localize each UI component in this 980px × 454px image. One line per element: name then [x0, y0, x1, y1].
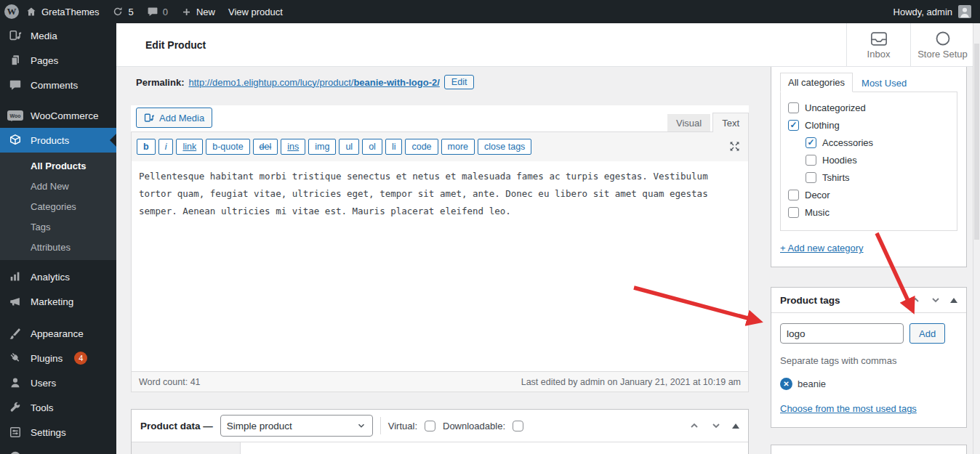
category-checkbox[interactable]	[788, 190, 799, 200]
category-label: Tshirts	[822, 172, 850, 183]
sidebar-item-comments[interactable]: Comments	[0, 73, 116, 97]
sidebar-item-label: WooCommerce	[31, 110, 99, 121]
view-product-link[interactable]: View product	[222, 0, 289, 23]
divider	[380, 417, 381, 434]
tag-input[interactable]	[780, 323, 904, 344]
add-media-button[interactable]: Add Media	[136, 108, 212, 128]
sidebar-item-appearance[interactable]: Appearance	[0, 321, 116, 346]
fullscreen-button[interactable]	[728, 140, 741, 155]
woocommerce-icon	[7, 110, 23, 121]
comments-icon	[7, 78, 23, 92]
toolbar-button-bquote[interactable]: b-quote	[206, 139, 249, 155]
category-label: Uncategorized	[805, 102, 866, 113]
updates-button[interactable]: 5	[105, 0, 140, 23]
downloadable-checkbox[interactable]	[513, 421, 523, 431]
category-checkbox[interactable]	[788, 120, 799, 131]
plugins-icon	[7, 352, 23, 365]
downloadable-label: Downloadable:	[443, 421, 505, 431]
store-setup-button[interactable]: Store Setup	[910, 23, 974, 67]
wordpress-admin-page: { "admin_bar": { "site_name": "GretaThem…	[0, 0, 980, 454]
category-item-hoodies: Hoodies	[806, 151, 957, 169]
toolbar-button-more[interactable]: more	[441, 139, 475, 155]
permalink-url-link[interactable]: http://demo1.elightup.com/lucy/product/b…	[188, 77, 439, 88]
toolbar-button-ul[interactable]: ul	[339, 139, 359, 155]
sidebar-subitem-tags[interactable]: Tags	[0, 216, 116, 237]
move-down-icon[interactable]	[710, 420, 722, 431]
category-checkbox[interactable]	[806, 155, 816, 166]
toggle-panel-icon[interactable]	[732, 423, 739, 429]
permalink-edit-button[interactable]: Edit	[444, 75, 475, 89]
scrollbar[interactable]	[973, 23, 980, 454]
sidebar-subitem-categories[interactable]: Categories	[0, 196, 116, 216]
sidebar-item-marketing[interactable]: Marketing	[0, 289, 116, 314]
tab-all-categories[interactable]: All categories	[780, 73, 853, 92]
tab-visual[interactable]: Visual	[667, 114, 710, 131]
sidebar-item-media[interactable]: Media	[0, 23, 116, 48]
comments-button[interactable]: 0	[140, 0, 174, 23]
category-checkbox[interactable]	[806, 172, 816, 183]
sidebar-item-analytics[interactable]: Analytics	[0, 264, 116, 289]
pages-icon	[7, 54, 23, 67]
category-checkbox[interactable]	[788, 102, 799, 113]
remove-tag-icon[interactable]	[780, 378, 792, 390]
product-type-select[interactable]: Simple product	[220, 415, 373, 437]
inbox-button[interactable]: Inbox	[846, 23, 910, 67]
tab-most-used[interactable]: Most Used	[853, 74, 915, 92]
move-up-icon[interactable]	[909, 294, 921, 306]
content-editor: Add Media Visual Text b i link b-quote d…	[131, 105, 749, 392]
wordpress-logo-icon[interactable]	[4, 4, 19, 19]
most-used-tags-link[interactable]: Choose from the most used tags	[780, 403, 917, 414]
toolbar-button-italic[interactable]: i	[158, 139, 174, 155]
sidebar-subitem-add-new[interactable]: Add New	[0, 176, 116, 196]
category-checkbox[interactable]	[788, 207, 799, 218]
sidebar-item-collapse-menu[interactable]: Collapse menu	[0, 445, 116, 454]
products-icon	[7, 134, 23, 147]
sidebar-item-label: Tools	[31, 402, 54, 413]
sidebar-subitem-all-products[interactable]: All Products	[0, 155, 116, 176]
category-item-clothing: Clothing	[788, 116, 957, 134]
page-title: Edit Product	[145, 23, 206, 67]
category-checkbox[interactable]	[806, 137, 816, 148]
toolbar-button-li[interactable]: li	[385, 139, 403, 155]
plugins-update-badge: 4	[74, 352, 87, 365]
toolbar-button-close-tags[interactable]: close tags	[478, 139, 531, 155]
virtual-checkbox[interactable]	[425, 421, 435, 431]
comments-count: 0	[163, 7, 168, 17]
sidebar-item-products[interactable]: Products	[0, 128, 116, 153]
avatar[interactable]	[958, 5, 971, 18]
toolbar-button-code[interactable]: code	[405, 139, 438, 155]
toggle-panel-icon[interactable]	[950, 298, 957, 303]
sidebar-item-plugins[interactable]: Plugins 4	[0, 346, 116, 370]
toolbar-button-ins[interactable]: ins	[281, 139, 305, 155]
toolbar-button-bold[interactable]: b	[137, 139, 156, 155]
add-new-category-link[interactable]: + Add new category	[780, 243, 864, 254]
howdy-text[interactable]: Howdy, admin	[893, 7, 952, 17]
sidebar-item-label: Settings	[31, 427, 66, 438]
chevron-down-icon	[356, 421, 366, 431]
sidebar-item-pages[interactable]: Pages	[0, 48, 116, 73]
sidebar-item-settings[interactable]: Settings	[0, 420, 116, 445]
toolbar-button-img[interactable]: img	[308, 139, 336, 155]
sidebar-item-users[interactable]: Users	[0, 370, 116, 395]
toolbar-button-del[interactable]: del	[253, 139, 278, 155]
move-up-icon[interactable]	[688, 420, 700, 431]
category-label: Music	[805, 207, 830, 218]
last-edited-text: Last edited by admin on January 21, 2021…	[521, 377, 741, 387]
product-tags-panel: Product tags Add Separate tags with comm…	[771, 287, 967, 428]
toolbar-button-ol[interactable]: ol	[362, 139, 382, 155]
sidebar-item-label: Products	[31, 135, 69, 146]
site-name-link[interactable]: GretaThemes	[19, 0, 105, 23]
toolbar-button-link[interactable]: link	[176, 139, 203, 155]
tab-text[interactable]: Text	[712, 113, 749, 132]
move-down-icon[interactable]	[930, 294, 941, 306]
scrollbar-thumb[interactable]	[974, 44, 979, 240]
sidebar-subitem-attributes[interactable]: Attributes	[0, 237, 116, 257]
add-tag-button[interactable]: Add	[909, 323, 945, 344]
sidebar-item-tools[interactable]: Tools	[0, 395, 116, 420]
inbox-label: Inbox	[867, 49, 891, 60]
editor-textarea[interactable]: Pellentesque habitant morbi tristique se…	[132, 161, 748, 371]
new-button[interactable]: New	[174, 0, 222, 23]
sidebar-item-woocommerce[interactable]: WooCommerce	[0, 103, 116, 128]
category-label: Decor	[805, 190, 830, 200]
admin-content-area: Edit Product Inbox Store Setup Permalink…	[116, 23, 980, 454]
